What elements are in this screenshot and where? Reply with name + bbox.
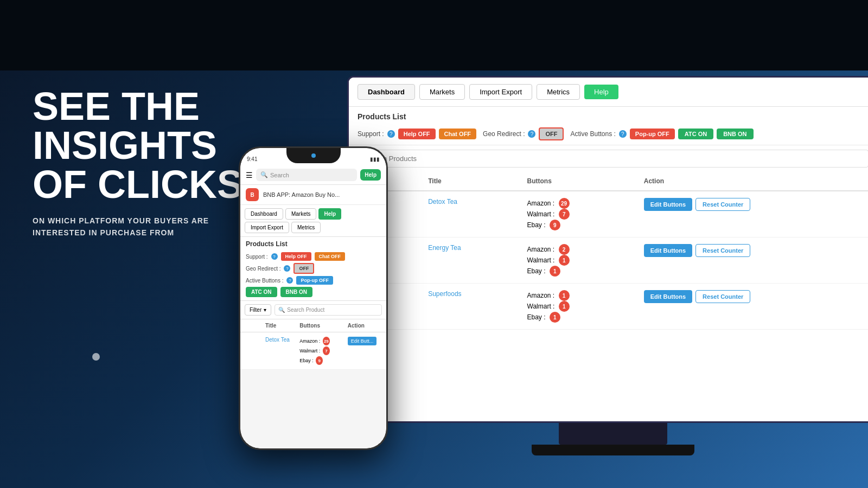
table-header-row: Image Title Buttons Action [349,172,868,191]
phone-geo-info[interactable]: ? [284,265,290,272]
phone-geo-row: Geo Redirect : ? OFF [246,263,381,274]
phone-battery: ▮▮▮ [370,156,380,162]
hero-headline: SEE THE INSIGHTS OF CLICKS [33,87,243,204]
phone-support-label: Support : [246,254,268,260]
phone-atc-on[interactable]: ATC ON [246,287,277,297]
phone-platform-btns: Amazon : 29 Walmart : 7 Ebay : 9 [299,337,348,365]
phone-filter-search[interactable]: 🔍 Search Product [275,304,382,316]
phone-bnb-on[interactable]: BNB ON [280,287,312,297]
reset-counter-3[interactable]: Reset Counter [695,290,750,303]
support-info-icon[interactable]: ? [387,130,395,138]
phone-chat-off[interactable]: Chat OFF [315,252,346,261]
phone-controls: Support : ? Help OFF Chat OFF Geo Redire… [240,249,386,301]
active-buttons-info-icon[interactable]: ? [619,130,627,138]
hero-subtext: ON WHICH PLATFORM YOUR BUYERS ARE INTERE… [33,215,239,239]
phone-screen: 9:41 ▮▮▮ ☰ 🔍 Search Help B BNB APP: [240,148,386,448]
phone-tabs: Dashboard Markets Help Import Export Met… [240,205,386,237]
nav-tab-import-export[interactable]: Import Export [469,84,532,100]
phone-row-action: Edit Butt... [348,337,382,345]
products-table: Image Title Buttons Action Detox Tea [349,172,868,330]
phone-tab-markets[interactable]: Markets [285,208,317,220]
reset-counter-2[interactable]: Reset Counter [695,244,750,257]
desktop-mockup: Dashboard Markets Import Export Metrics … [347,76,868,455]
geo-redirect-label: Geo Redirect : [483,130,525,138]
platform-amazon-1: Amazon : 29 [527,198,627,209]
atc-on-button[interactable]: ATC ON [678,129,713,139]
phone-col-img [245,323,265,329]
platform-amazon-2: Amazon : 2 [527,244,627,255]
reset-counter-1[interactable]: Reset Counter [695,198,750,211]
edit-buttons-1[interactable]: Edit Buttons [644,198,692,211]
phone-app-icon: B [246,188,259,201]
platform-ebay-2: Ebay : 1 [527,266,627,277]
edit-buttons-3[interactable]: Edit Buttons [644,290,692,303]
support-control: Support : ? Help OFF Chat OFF [358,129,476,139]
phone-edit-button[interactable]: Edit Butt... [348,337,377,345]
row-buttons-1: Amazon : 29 Walmart : 7 Ebay : [519,191,635,237]
count-badge: 1 [550,266,560,277]
count-badge: 29 [559,198,570,209]
phone-mockup: 9:41 ▮▮▮ ☰ 🔍 Search Help B BNB APP: [239,146,388,450]
col-title: Title [419,172,518,191]
phone-app-name: BNB APP: Amazon Buy No... [263,191,340,198]
bnb-on-button[interactable]: BNB ON [717,129,753,139]
phone-table-row: Detox Tea Amazon : 29 Walmart : 7 Ebay :… [240,332,386,370]
nav-tab-dashboard[interactable]: Dashboard [358,84,415,100]
platform-ebay-3: Ebay : 1 [527,312,627,323]
phone-ebay-row: Ebay : 9 [299,356,348,365]
desktop-app-ui: Dashboard Markets Import Export Metrics … [349,78,868,421]
search-section [349,145,868,172]
phone-tab-import-export[interactable]: Import Export [245,222,289,233]
count-badge: 1 [559,301,570,312]
phone-geo-label: Geo Redirect : [246,266,280,272]
row-action-1: Edit Buttons Reset Counter [635,191,868,237]
monitor-frame: Dashboard Markets Import Export Metrics … [347,76,868,423]
phone-hamburger-icon[interactable]: ☰ [246,171,253,179]
phone-geo-off[interactable]: OFF [293,263,314,274]
monitor-stand [559,423,667,445]
count-badge: 1 [559,255,570,266]
help-off-button[interactable]: Help OFF [398,129,436,139]
carousel-dot[interactable] [92,353,100,361]
geo-info-icon[interactable]: ? [528,130,535,138]
phone-support-info[interactable]: ? [271,253,278,260]
phone-frame: 9:41 ▮▮▮ ☰ 🔍 Search Help B BNB APP: [239,146,388,450]
phone-help-button[interactable]: Help [360,169,381,181]
phone-search-bar[interactable]: 🔍 Search [256,169,357,181]
search-input[interactable] [358,150,868,168]
phone-active-info[interactable]: ? [286,277,293,284]
table-row: Superfoods Amazon : 1 Walmart : 1 [349,284,868,330]
phone-popup-off[interactable]: Pop-up OFF [296,276,333,285]
products-section-title: Products List [349,107,868,123]
table-row: Energy Tea Amazon : 2 Walmart : 1 [349,237,868,284]
nav-help-button[interactable]: Help [584,85,618,99]
geo-off-button[interactable]: OFF [539,127,564,140]
nav-tab-metrics[interactable]: Metrics [537,84,580,100]
edit-buttons-2[interactable]: Edit Buttons [644,244,692,257]
phone-filter-row: Filter ▾ 🔍 Search Product [240,301,386,319]
top-dark-bar [0,0,868,70]
phone-tab-metrics[interactable]: Metrics [291,222,321,233]
row-title-1: Detox Tea [419,191,518,237]
phone-tab-dashboard[interactable]: Dashboard [245,208,283,220]
phone-filter-button[interactable]: Filter ▾ [245,304,271,316]
controls-bar: Support : ? Help OFF Chat OFF Geo Redire… [349,123,868,145]
row-action-3: Edit Buttons Reset Counter [635,284,868,330]
phone-camera [311,153,316,158]
active-buttons-label: Active Buttons : [570,130,615,138]
phone-active-label: Active Buttons : [246,278,283,284]
phone-col-buttons: Buttons [299,323,348,329]
platform-walmart-3: Walmart : 1 [527,301,627,312]
nav-tab-markets[interactable]: Markets [419,84,465,100]
phone-products-title: Products List [240,237,386,249]
phone-table-header: Title Buttons Action [240,319,386,332]
platform-ebay-1: Ebay : 9 [527,220,627,230]
col-action: Action [635,172,868,191]
table-row: Detox Tea Amazon : 29 Walmart : 7 [349,191,868,237]
phone-filter-search-icon: 🔍 [278,307,285,313]
popup-off-button[interactable]: Pop-up OFF [630,129,675,139]
phone-tab-help[interactable]: Help [318,208,341,220]
phone-help-off[interactable]: Help OFF [281,252,311,261]
chat-off-button[interactable]: Chat OFF [439,129,477,139]
phone-filter-search-placeholder: Search Product [287,307,324,313]
